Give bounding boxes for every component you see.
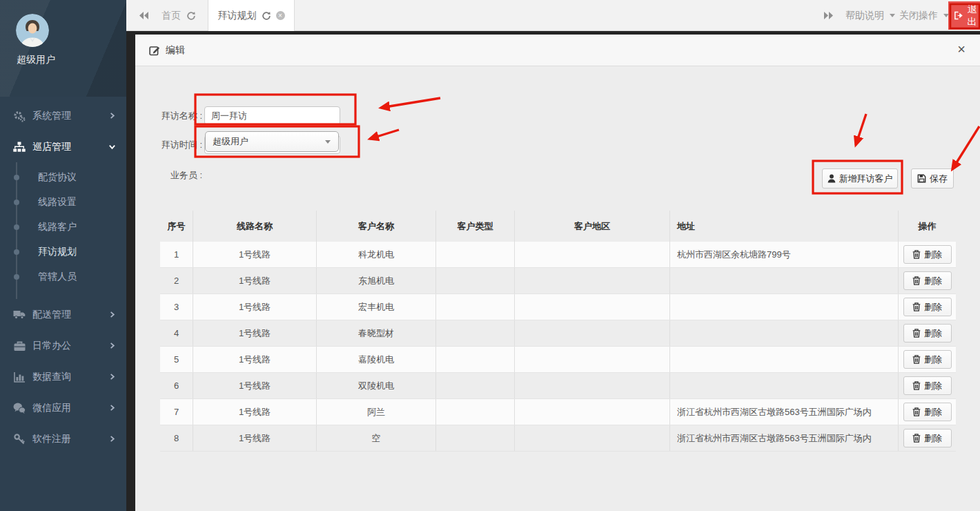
sidebar-item-data-query[interactable]: 数据查询 <box>0 361 126 392</box>
tab-close-icon[interactable]: × <box>276 11 285 20</box>
refresh-icon[interactable] <box>186 11 196 21</box>
chevron-right-icon <box>108 342 116 349</box>
sidebar-item-label: 日常办公 <box>32 340 71 352</box>
tabs-scroll-left-icon[interactable] <box>138 11 149 20</box>
cell-region <box>515 373 670 398</box>
save-button[interactable]: 保存 <box>911 168 954 189</box>
chevron-right-icon <box>108 112 116 119</box>
cell-seq: 3 <box>160 294 193 320</box>
tab-visit-planning[interactable]: 拜访规划 × <box>208 0 295 31</box>
briefcase-icon <box>12 340 26 351</box>
logout-icon <box>954 11 963 20</box>
add-visit-customer-label: 新增拜访客户 <box>839 173 893 185</box>
cell-seq: 5 <box>160 347 193 372</box>
wechat-icon <box>12 403 26 414</box>
cell-seq: 2 <box>160 268 193 293</box>
delete-button[interactable]: 删除 <box>903 298 952 316</box>
cell-customer: 嘉陵机电 <box>317 347 436 372</box>
cell-region <box>515 399 670 425</box>
cell-seq: 7 <box>160 399 193 425</box>
help-menu[interactable]: 帮助说明 <box>845 0 895 31</box>
sidebar-subitem-visit-planning[interactable]: 拜访规划 <box>0 240 126 264</box>
delete-label: 删除 <box>924 301 942 314</box>
visit-name-label: 拜访名称 : <box>135 106 202 126</box>
refresh-icon[interactable] <box>262 11 271 21</box>
delete-button[interactable]: 删除 <box>903 350 952 369</box>
edit-icon <box>149 45 160 56</box>
table-row: 5 1号线路 嘉陵机电 删除 <box>160 347 956 373</box>
cell-region <box>515 294 670 320</box>
sidebar-item-delivery-mgmt[interactable]: 配送管理 <box>0 299 126 330</box>
delete-button[interactable]: 删除 <box>903 376 952 395</box>
visit-customers-table: 序号 线路名称 客户名称 客户类型 客户地区 地址 操作 1 1号线路 科龙机电… <box>160 211 956 452</box>
col-header-actions: 操作 <box>899 211 956 242</box>
chevron-right-icon <box>108 435 116 443</box>
cell-region <box>515 268 670 293</box>
sidebar-subitem-jurisdiction-staff[interactable]: 管辖人员 <box>0 264 126 289</box>
cell-region <box>515 242 670 267</box>
subitem-label: 线路设置 <box>38 196 77 209</box>
help-menu-label: 帮助说明 <box>845 10 884 22</box>
chevron-right-icon <box>108 311 116 318</box>
cell-address <box>670 268 899 293</box>
logout-button[interactable]: 退出 <box>948 1 980 30</box>
cell-address: 浙江省杭州市西湖区古墩路563号五洲国际广场内 <box>670 425 899 451</box>
close-icon[interactable]: × <box>954 41 969 57</box>
cell-customer: 空 <box>317 425 436 451</box>
edit-panel: 编辑 × 拜访名称 : 拜访时间 : 业务员 : 超级用户 新增拜访客户 <box>135 35 980 511</box>
bar-chart-icon <box>12 372 26 383</box>
cell-route: 1号线路 <box>193 242 317 267</box>
cell-type <box>436 399 515 425</box>
sidebar-item-label: 软件注册 <box>32 433 71 445</box>
sidebar-item-store-inspection[interactable]: 巡店管理 <box>0 131 126 162</box>
delete-button[interactable]: 删除 <box>903 271 952 290</box>
add-visit-customer-button[interactable]: 新增拜访客户 <box>822 168 898 189</box>
subitem-label: 线路客户 <box>38 221 77 233</box>
sidebar-item-wechat-apps[interactable]: 微信应用 <box>0 392 126 423</box>
chevron-down-icon <box>108 143 116 151</box>
sidebar-item-software-registration[interactable]: 软件注册 <box>0 423 126 454</box>
cell-customer: 双陵机电 <box>317 373 436 398</box>
table-row: 7 1号线路 阿兰 浙江省杭州市西湖区古墩路563号五洲国际广场内 删除 <box>160 399 956 425</box>
sidebar-item-system-mgmt[interactable]: 系统管理 <box>0 100 126 131</box>
table-header-row: 序号 线路名称 客户名称 客户类型 客户地区 地址 操作 <box>160 211 956 242</box>
cell-type <box>436 425 515 451</box>
delete-label: 删除 <box>924 380 942 392</box>
visit-name-input[interactable] <box>204 106 340 125</box>
avatar[interactable] <box>16 14 49 47</box>
sidebar-subitem-route-settings[interactable]: 线路设置 <box>0 190 126 215</box>
profile-section: 超级用户 <box>0 0 126 97</box>
sidebar-subitem-route-customers[interactable]: 线路客户 <box>0 215 126 240</box>
delete-button[interactable]: 删除 <box>903 324 952 343</box>
bullet-icon <box>14 274 19 280</box>
col-header-region: 客户地区 <box>515 211 670 242</box>
salesman-selected-value: 超级用户 <box>213 135 248 148</box>
salesman-select[interactable]: 超级用户 <box>205 131 339 152</box>
cell-customer: 阿兰 <box>317 399 436 425</box>
tabs-scroll-right-icon[interactable] <box>823 11 834 20</box>
delete-button[interactable]: 删除 <box>903 245 952 264</box>
tab-home-label: 首页 <box>161 10 181 22</box>
sidebar-item-daily-office[interactable]: 日常办公 <box>0 330 126 361</box>
sidebar-subitem-distribution-agreement[interactable]: 配货协议 <box>0 165 126 190</box>
close-operations-menu[interactable]: 关闭操作 <box>899 0 949 31</box>
col-header-type: 客户类型 <box>436 211 515 242</box>
sidebar-item-label: 配送管理 <box>32 309 71 321</box>
cell-region <box>515 425 670 451</box>
delete-label: 删除 <box>924 275 942 287</box>
delete-button[interactable]: 删除 <box>903 429 952 447</box>
cell-region <box>515 347 670 372</box>
cell-address <box>670 347 899 372</box>
sidebar-item-label: 系统管理 <box>32 110 71 122</box>
table-row: 6 1号线路 双陵机电 删除 <box>160 373 956 399</box>
cell-route: 1号线路 <box>193 425 317 451</box>
cell-type <box>436 294 515 320</box>
tab-home[interactable]: 首页 <box>161 0 196 31</box>
bullet-icon <box>14 175 19 180</box>
close-operations-label: 关闭操作 <box>899 10 938 22</box>
bullet-icon <box>14 249 19 255</box>
delete-button[interactable]: 删除 <box>903 403 952 421</box>
user-name: 超级用户 <box>17 54 55 66</box>
user-icon <box>827 174 836 183</box>
sidebar-nav: 系统管理 巡店管理 <box>0 97 126 454</box>
